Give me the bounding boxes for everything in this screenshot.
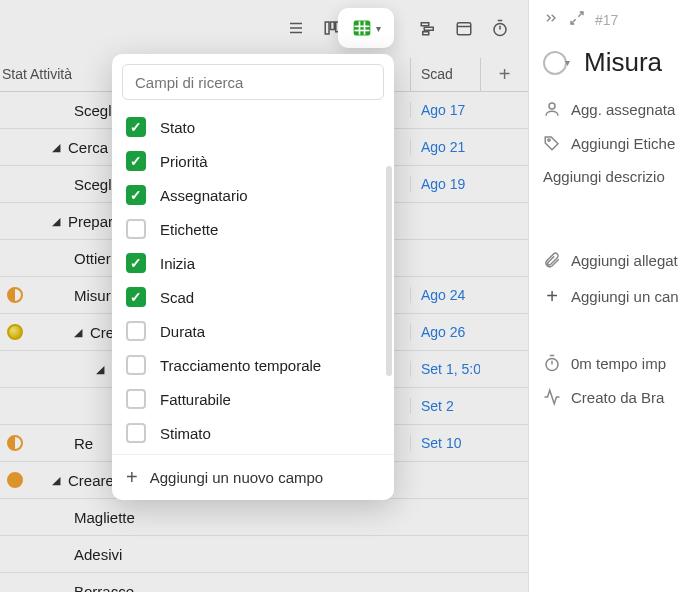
person-icon [543,100,561,118]
checkbox[interactable] [126,185,146,205]
svg-rect-4 [331,22,335,30]
field-option[interactable]: Etichette [112,212,394,246]
checkbox[interactable] [126,389,146,409]
checkbox[interactable] [126,117,146,137]
add-custom-field[interactable]: + Aggiungi un can [543,285,680,308]
fields-list: StatoPrioritàAssegnatarioEtichetteInizia… [112,106,394,454]
task-title[interactable]: Misura [584,47,662,78]
time-tracking-field[interactable]: 0m tempo imp [543,354,680,372]
add-field-label: Aggiungi un nuovo campo [150,469,323,486]
add-field-button[interactable]: + Aggiungi un nuovo campo [112,454,394,500]
svg-rect-7 [424,27,433,30]
detail-panel: #17 ▾ Misura Agg. assegnata Aggiungi Eti… [528,0,680,592]
field-option-label: Assegnatario [160,187,248,204]
detail-title-row: ▾ Misura [543,47,680,78]
checkbox[interactable] [126,219,146,239]
field-option[interactable]: Stato [112,110,394,144]
svg-rect-3 [325,22,329,34]
checkbox[interactable] [126,355,146,375]
tags-field[interactable]: Aggiungi Etiche [543,134,680,152]
svg-line-20 [571,19,576,24]
field-option[interactable]: Fatturabile [112,382,394,416]
status-picker[interactable]: ▾ [543,51,570,75]
svg-line-19 [578,12,583,17]
view-toolbar [280,12,516,44]
field-option-label: Fatturabile [160,391,231,408]
field-option[interactable]: Assegnatario [112,178,394,212]
field-option[interactable]: Tracciamento temporale [112,348,394,382]
assignee-field[interactable]: Agg. assegnata [543,100,680,118]
stopwatch-view-button[interactable] [484,12,516,44]
svg-rect-6 [421,23,429,26]
status-circle-icon [543,51,567,75]
scrollbar[interactable] [386,166,392,376]
field-option-label: Durata [160,323,205,340]
chevron-down-icon: ▾ [565,57,570,68]
paperclip-icon [543,251,561,269]
list-view-button[interactable] [280,12,312,44]
issue-id: #17 [595,12,618,28]
calendar-view-button[interactable] [448,12,480,44]
stopwatch-icon [543,354,561,372]
field-option[interactable]: Inizia [112,246,394,280]
expand-icon[interactable] [569,10,585,29]
table-view-button-active[interactable]: ▾ [338,8,394,48]
svg-point-21 [549,103,555,109]
tag-icon [543,134,561,152]
field-option-label: Scad [160,289,194,306]
field-option-label: Stimato [160,425,211,442]
field-option[interactable]: Stimato [112,416,394,450]
attachment-field[interactable]: Aggiungi allegat [543,251,680,269]
collapse-icon[interactable] [543,10,559,29]
checkbox[interactable] [126,321,146,341]
field-option[interactable]: Scad [112,280,394,314]
svg-point-22 [548,139,550,141]
field-option[interactable]: Priorità [112,144,394,178]
field-option-label: Tracciamento temporale [160,357,321,374]
plus-icon: + [126,466,138,489]
fields-dropdown: StatoPrioritàAssegnatarioEtichetteInizia… [112,54,394,500]
field-option-label: Inizia [160,255,195,272]
checkbox[interactable] [126,151,146,171]
created-by-field: Creato da Bra [543,388,680,406]
chevron-down-icon: ▾ [376,23,381,34]
fields-search-input[interactable] [122,64,384,100]
checkbox[interactable] [126,287,146,307]
field-option[interactable]: Durata [112,314,394,348]
description-field[interactable]: Aggiungi descrizio [543,168,680,185]
checkbox[interactable] [126,423,146,443]
field-option-label: Priorità [160,153,208,170]
detail-panel-header: #17 [543,10,680,29]
svg-rect-14 [354,21,369,34]
field-option-label: Stato [160,119,195,136]
checkbox[interactable] [126,253,146,273]
svg-rect-8 [423,32,429,35]
field-option-label: Etichette [160,221,218,238]
activity-icon [543,388,561,406]
timeline-view-button[interactable] [412,12,444,44]
svg-rect-9 [457,23,471,35]
plus-icon: + [543,285,561,308]
fields-search-wrap [122,64,384,100]
